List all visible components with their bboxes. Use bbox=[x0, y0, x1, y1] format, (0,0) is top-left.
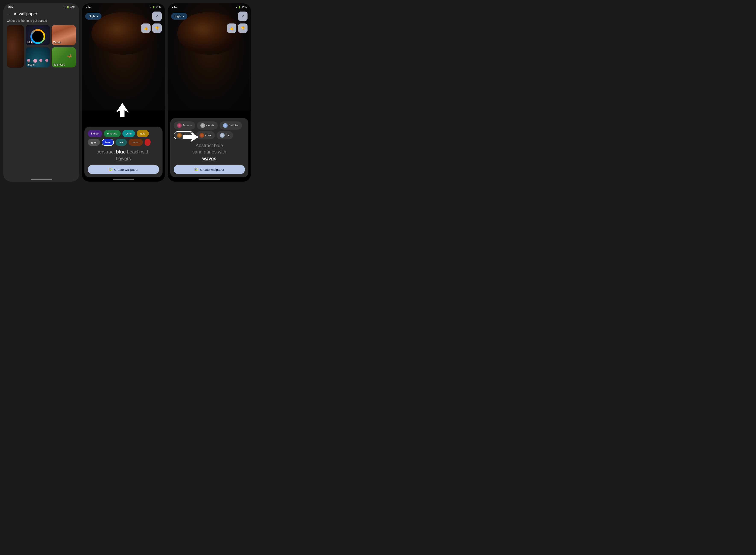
theme-chip-waves[interactable]: waves bbox=[174, 131, 194, 139]
waves-label: waves bbox=[183, 134, 191, 137]
theme-card-night[interactable]: Night bbox=[26, 25, 50, 45]
create-icon-2: 🖼️ bbox=[109, 168, 113, 171]
app-header: ← AI wallpaper bbox=[3, 10, 79, 19]
coral-thumb bbox=[199, 133, 204, 138]
back-button[interactable]: ← bbox=[7, 11, 11, 16]
battery-icon-3: 🔋 bbox=[238, 6, 241, 8]
create-wallpaper-button-2[interactable]: 🖼️ Create wallpaper bbox=[88, 165, 159, 174]
theme-chips-3: flowers clouds bubbles waves coral ice bbox=[174, 122, 245, 139]
theme-chip-ice[interactable]: ice bbox=[216, 131, 233, 139]
night-badge-label-3: Night bbox=[174, 14, 182, 18]
battery-percent-1: 42% bbox=[70, 6, 75, 8]
desc-prefix-2: Abstract bbox=[97, 149, 116, 155]
phone-2: 7:56 ▾ 🔋 41% Night ▾ ✓ 👍 👎 indigo emeral… bbox=[82, 3, 165, 182]
wifi-icon-3: ▾ bbox=[236, 6, 237, 8]
chip-cyan[interactable]: cyan bbox=[122, 130, 135, 137]
create-label-3: Create wallpaper bbox=[200, 168, 224, 171]
bubbles-thumb bbox=[223, 123, 228, 128]
clouds-thumb bbox=[200, 123, 205, 128]
chip-red[interactable] bbox=[145, 139, 151, 146]
phone-1: 7:55 ▾ 🔋 42% ← AI wallpaper Choose a the… bbox=[3, 3, 79, 182]
thumbs-down-button-2[interactable]: 👎 bbox=[152, 24, 162, 33]
coral-label: coral bbox=[205, 134, 211, 137]
status-icons-2: ▾ 🔋 41% bbox=[150, 6, 161, 8]
theme-label-night: Night bbox=[27, 41, 33, 44]
status-bar-1: 7:55 ▾ 🔋 42% bbox=[3, 3, 79, 10]
theme-label-bloom: Bloom bbox=[27, 63, 35, 66]
butterfly-icon: 🦋 bbox=[66, 53, 73, 59]
time-1: 7:55 bbox=[8, 6, 13, 8]
theme-card-softfocus[interactable]: 🦋 Soft-focus bbox=[52, 47, 76, 68]
description-text-2: Abstract blue beach withflowers bbox=[88, 149, 159, 162]
subtitle: Choose a theme to get started bbox=[3, 19, 79, 25]
theme-card-bloom[interactable]: Bloom bbox=[26, 47, 50, 68]
bottom-panel-2: indigo emerald cyan gold gray blue teal … bbox=[84, 127, 162, 177]
waves-thumb bbox=[177, 133, 182, 138]
description-text-3: Abstract bluesand dunes with waves bbox=[174, 142, 245, 162]
color-chips-2: indigo emerald cyan gold gray blue teal … bbox=[88, 130, 159, 146]
battery-icon: 🔋 bbox=[67, 6, 69, 8]
check-button-2[interactable]: ✓ bbox=[152, 11, 162, 21]
theme-chip-coral[interactable]: coral bbox=[196, 131, 215, 139]
night-badge-label-2: Night bbox=[89, 14, 96, 18]
ice-thumb bbox=[220, 133, 225, 138]
rating-buttons-2: 👍 👎 bbox=[82, 23, 165, 34]
desc-middle-2: beach with bbox=[126, 149, 149, 155]
wifi-icon: ▾ bbox=[64, 6, 66, 8]
theme-grid: Night Terrain Bloom 🦋 Soft-focus bbox=[3, 25, 79, 68]
theme-chip-flowers[interactable]: flowers bbox=[174, 122, 195, 130]
thumbs-up-button-2[interactable]: 👍 bbox=[141, 24, 151, 33]
top-controls-3: Night ▾ ✓ bbox=[168, 10, 251, 23]
night-badge-2[interactable]: Night ▾ bbox=[85, 13, 102, 19]
chip-gold[interactable]: gold bbox=[137, 130, 149, 137]
chevron-down-icon-2: ▾ bbox=[97, 15, 98, 17]
theme-label-terrain: Terrain bbox=[53, 41, 61, 44]
top-controls-2: Night ▾ ✓ bbox=[82, 10, 165, 23]
flowers-thumb bbox=[177, 123, 182, 128]
battery-icon-2: 🔋 bbox=[152, 6, 155, 8]
app-title: AI wallpaper bbox=[14, 11, 37, 16]
bottom-panel-3: flowers clouds bubbles waves coral ice bbox=[170, 118, 248, 177]
chip-indigo[interactable]: indigo bbox=[88, 130, 102, 137]
status-icons-1: ▾ 🔋 42% bbox=[64, 6, 75, 8]
phone-3: 7:56 ▾ 🔋 41% Night ▾ ✓ 👍 👎 flowers bbox=[168, 3, 251, 182]
check-button-3[interactable]: ✓ bbox=[238, 11, 247, 21]
chip-teal[interactable]: teal bbox=[116, 139, 127, 146]
clouds-label: clouds bbox=[206, 124, 214, 127]
bottom-pill-2 bbox=[113, 179, 134, 180]
bottom-pill-3 bbox=[199, 179, 220, 180]
chip-emerald[interactable]: emerald bbox=[104, 130, 121, 137]
theme-label-softfocus: Soft-focus bbox=[53, 63, 65, 66]
theme-chip-bubbles[interactable]: bubbles bbox=[220, 122, 242, 130]
theme-card-bee[interactable] bbox=[7, 25, 24, 68]
desc-color-2: blue bbox=[116, 149, 126, 155]
desc-subject-3: waves bbox=[202, 156, 216, 161]
battery-percent-2: 41% bbox=[156, 6, 161, 8]
status-bar-2: 7:56 ▾ 🔋 41% bbox=[82, 3, 165, 10]
rating-buttons-3: 👍 👎 bbox=[168, 23, 251, 34]
flowers-label: flowers bbox=[183, 124, 192, 127]
chip-blue[interactable]: blue bbox=[102, 139, 114, 146]
chevron-down-icon-3: ▾ bbox=[183, 15, 184, 17]
battery-percent-3: 41% bbox=[242, 6, 247, 8]
theme-chip-clouds[interactable]: clouds bbox=[197, 122, 218, 130]
chip-gray[interactable]: gray bbox=[88, 139, 100, 146]
bubbles-label: bubbles bbox=[229, 124, 239, 127]
create-icon-3: 🖼️ bbox=[194, 168, 198, 171]
thumbs-down-button-3[interactable]: 👎 bbox=[238, 24, 247, 33]
status-bar-3: 7:56 ▾ 🔋 41% bbox=[168, 3, 251, 10]
theme-card-terrain[interactable]: Terrain bbox=[52, 25, 76, 45]
create-label-2: Create wallpaper bbox=[114, 168, 138, 171]
time-2: 7:56 bbox=[86, 6, 91, 8]
create-wallpaper-button-3[interactable]: 🖼️ Create wallpaper bbox=[174, 165, 245, 174]
desc-subject-2: flowers bbox=[116, 156, 131, 161]
bloom-trees bbox=[26, 59, 50, 63]
wifi-icon-2: ▾ bbox=[150, 6, 151, 8]
thumbs-up-button-3[interactable]: 👍 bbox=[227, 24, 236, 33]
bottom-pill-1 bbox=[31, 179, 52, 180]
ice-label: ice bbox=[226, 134, 230, 137]
desc-prefix-3: Abstract bluesand dunes with bbox=[192, 143, 226, 155]
status-icons-3: ▾ 🔋 41% bbox=[236, 6, 247, 8]
chip-brown[interactable]: brown bbox=[128, 139, 143, 146]
night-badge-3[interactable]: Night ▾ bbox=[171, 13, 187, 19]
